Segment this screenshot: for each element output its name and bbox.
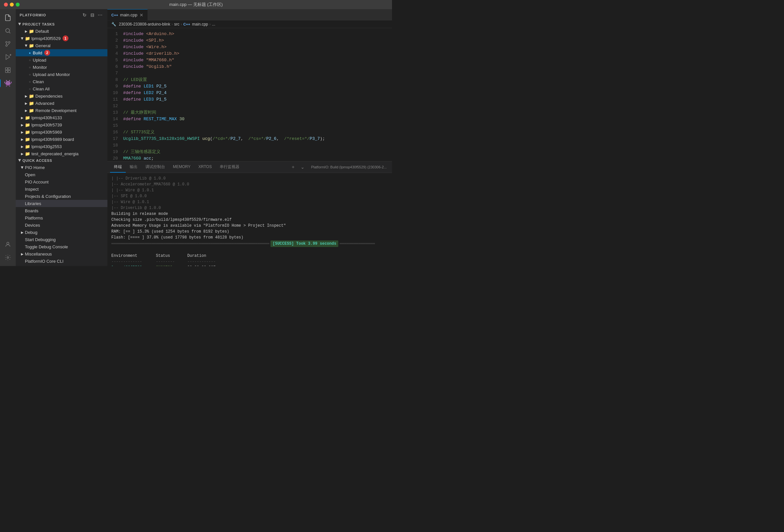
tree-item-lpmsp430fr4133[interactable]: ▶ 📁 lpmsp430fr4133 [16, 114, 107, 121]
misc-header[interactable]: ▶ Miscellaneous [16, 250, 107, 257]
circle-icon: ○ [29, 65, 31, 69]
window-controls[interactable] [4, 3, 20, 6]
sidebar-item-libraries[interactable]: Libraries [16, 200, 107, 207]
pio-home-header[interactable]: ▶ PIO Home [16, 164, 107, 171]
tree-item-dependencies[interactable]: ▶ 📁 Dependencies [16, 92, 107, 100]
code-line-10: 10 #define LED2 P2_4 [107, 90, 392, 96]
terminal-tab-serial-monitor[interactable]: 串行监视器 [216, 162, 243, 173]
sidebar-item-projects-config[interactable]: Projects & Configuration [16, 193, 107, 200]
tree-item-test-deprecated[interactable]: ▶ 📁 test_deprecated_energia [16, 150, 107, 157]
chevron-icon: ▶ [21, 138, 24, 141]
tree-item-advanced[interactable]: ▶ 📁 Advanced [16, 100, 107, 107]
tree-item-lpmsp430g2553[interactable]: ▶ 📁 lpmsp430g2553 [16, 143, 107, 150]
tab-main-cpp[interactable]: C++ main.cpp ✕ [107, 9, 148, 20]
breadcrumb-src[interactable]: src [174, 22, 179, 27]
activity-item-search[interactable] [2, 25, 14, 37]
svg-point-12 [7, 242, 9, 244]
close-button[interactable] [4, 3, 8, 6]
chevron-icon: ▶ [25, 29, 28, 33]
activity-item-run[interactable] [2, 51, 14, 63]
tree-item-lpmsp430fr5739[interactable]: ▶ 📁 lpmsp430fr5739 [16, 121, 107, 129]
sidebar-item-label: Inspect [25, 187, 39, 192]
tree-item-label: lpmsp430fr5969 [31, 130, 62, 135]
terminal-add-button[interactable]: ＋ [289, 164, 297, 171]
terminal-split-button[interactable]: ⌄ [299, 164, 306, 170]
tree-item-clean[interactable]: ○ Clean [16, 78, 107, 85]
tree-item-monitor[interactable]: ○ Monitor [16, 63, 107, 71]
tree-item-upload-monitor[interactable]: ○ Upload and Monitor [16, 71, 107, 78]
sidebar-title-label: PLATFORMIO [20, 13, 46, 17]
terminal-tab-memory[interactable]: MEMORY [169, 162, 195, 173]
activity-item-settings[interactable] [2, 252, 14, 263]
tree-item-default[interactable]: ▶ 📁 Default [16, 28, 107, 35]
circle-icon: ○ [29, 73, 31, 76]
activity-item-explorer[interactable] [2, 12, 14, 24]
terminal-line: |-- Accelerometer_MMA7660 @ 1.0.0 [111, 181, 388, 187]
tab-close-button[interactable]: ✕ [140, 12, 143, 18]
folder-icon: 📁 [29, 43, 34, 48]
tree-item-lpmsp430f5529[interactable]: ▶ 📁 lpmsp430f5529 1 [16, 35, 107, 42]
chevron-icon: ▶ [21, 166, 24, 169]
success-badge: [SUCCESS] Took 3.99 seconds [271, 241, 338, 247]
tree-item-label: General [35, 43, 50, 48]
tree-item-general[interactable]: ▶ 📁 General [16, 42, 107, 49]
debug-header[interactable]: ▶ Debug [16, 229, 107, 236]
sidebar-item-boards[interactable]: Boards [16, 207, 107, 214]
tree-item-upload[interactable]: ○ Upload [16, 56, 107, 63]
line-content: #include <driverlib.h> [123, 51, 388, 57]
sidebar-item-platforms[interactable]: Platforms [16, 214, 107, 221]
sidebar-item-devices[interactable]: Devices [16, 221, 107, 229]
chevron-icon: ▶ [18, 23, 22, 26]
activity-item-account[interactable] [2, 239, 14, 250]
tree-item-build[interactable]: ● Build 2 [16, 49, 107, 56]
line-number: 11 [107, 96, 123, 103]
tree-item-lpmsp430fr6989-board[interactable]: ▶ 📁 lpmsp430fr6989 board [16, 136, 107, 143]
misc-label: Miscellaneous [25, 252, 52, 256]
breadcrumb-sep: › [181, 22, 182, 27]
activity-item-platformio[interactable]: 👾 [2, 77, 14, 89]
quick-access-section: ▶ QUICK ACCESS ▶ PIO Home Open PIO Accou… [16, 157, 107, 266]
breadcrumb-project[interactable]: 230306-233808-arduino-blink [119, 22, 170, 27]
badge-2: 2 [44, 50, 50, 56]
sidebar-item-clone-git[interactable]: Clone Git Project [16, 265, 107, 266]
tree-item-lpmsp430fr5969[interactable]: ▶ 📁 lpmsp430fr5969 [16, 129, 107, 136]
terminal-tab-debug-console[interactable]: 调试控制台 [141, 162, 169, 173]
sidebar-item-pio-core-cli[interactable]: PlatformIO Core CLI [16, 257, 107, 265]
tree-item-remote-dev[interactable]: ▶ 📁 Remote Development [16, 107, 107, 114]
terminal-line: |-- DriverLib @ 1.0.0 [111, 205, 388, 211]
terminal-tab-xrtos[interactable]: XRTOS [195, 162, 216, 173]
line-number: 18 [107, 142, 123, 149]
terminal-blank [111, 247, 388, 253]
sidebar-item-toggle-debug-console[interactable]: Toggle Debug Console [16, 243, 107, 250]
refresh-button[interactable]: ↻ [81, 12, 88, 18]
project-tasks-header[interactable]: ▶ PROJECT TASKS [16, 21, 107, 28]
svg-point-4 [6, 45, 7, 47]
breadcrumb-file[interactable]: main.cpp [192, 22, 208, 27]
more-button[interactable]: ··· [97, 12, 104, 18]
tree-item-clean-all[interactable]: ○ Clean All [16, 85, 107, 92]
quick-access-header[interactable]: ▶ QUICK ACCESS [16, 157, 107, 164]
sidebar-item-start-debugging[interactable]: Start Debugging [16, 236, 107, 243]
sidebar-item-inspect[interactable]: Inspect [16, 186, 107, 193]
code-editor[interactable]: 1 #include <Arduino.h> 2 #include <SPI.h… [107, 28, 392, 161]
breadcrumb-more[interactable]: ... [212, 22, 215, 27]
tree-item-label: Build [33, 51, 42, 55]
terminal-tab-terminal[interactable]: 终端 [110, 162, 126, 173]
tree-item-label: lpmsp430fr5739 [31, 122, 62, 128]
terminal-line: | |-- Wire @ 1.0.1 [111, 187, 388, 193]
line-content: #define REST_TIME_MAX 30 [123, 116, 388, 122]
maximize-button[interactable] [16, 3, 20, 6]
sidebar: PLATFORMIO ↻ ⊟ ··· ▶ PROJECT TASKS ▶ 📁 D… [16, 9, 107, 266]
line-number: 10 [107, 90, 123, 96]
terminal-tab-label: XRTOS [198, 164, 212, 169]
collapse-button[interactable]: ⊟ [89, 12, 95, 18]
terminal-content[interactable]: | |-- DriverLib @ 1.0.0 |-- Acceleromete… [107, 173, 392, 266]
code-line-13: 13 // 最大静置时间 [107, 109, 392, 116]
terminal-line: |-- Wire @ 1.0.1 [111, 199, 388, 205]
activity-item-extensions[interactable] [2, 64, 14, 76]
sidebar-item-open[interactable]: Open [16, 171, 107, 178]
sidebar-item-pio-account[interactable]: PIO Account [16, 178, 107, 186]
minimize-button[interactable] [10, 3, 14, 6]
activity-item-source-control[interactable] [2, 38, 14, 50]
terminal-tab-output[interactable]: 输出 [126, 162, 141, 173]
